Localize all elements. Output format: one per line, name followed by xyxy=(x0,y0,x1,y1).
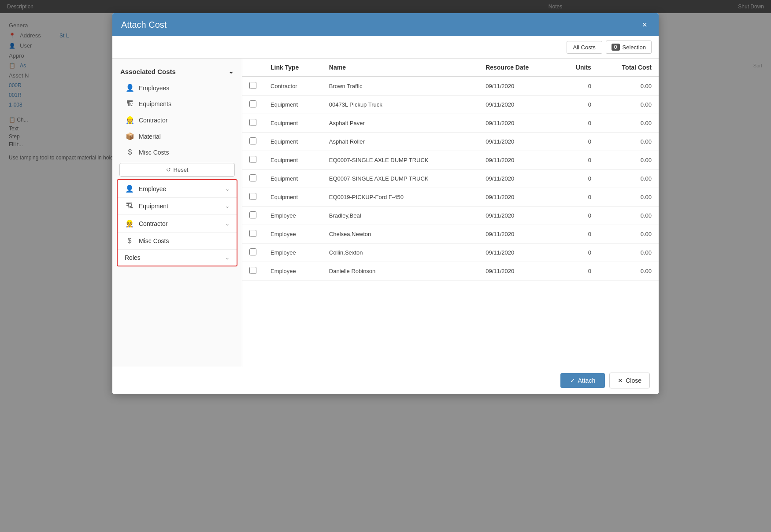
col-resource-date: Resource Date xyxy=(478,59,557,77)
cell-total_cost-1: 0.00 xyxy=(598,96,659,114)
cell-name-2: Asphalt Paver xyxy=(322,114,478,133)
table-container: Link Type Name Resource Date Units xyxy=(242,59,659,281)
selection-label: Selection xyxy=(623,44,646,51)
cell-units-10: 0 xyxy=(558,262,598,281)
cell-name-10: Danielle Robinson xyxy=(322,262,478,281)
row-checkbox-9[interactable] xyxy=(249,248,256,255)
attach-label: Attach xyxy=(578,377,596,384)
cell-units-6: 0 xyxy=(558,188,598,207)
attach-checkmark-icon: ✓ xyxy=(570,377,575,384)
col-name: Name xyxy=(322,59,478,77)
close-button[interactable]: ✕ Close xyxy=(609,373,650,388)
table-row: EmployeeBradley,Beal09/11/202000.00 xyxy=(242,207,659,225)
cell-link_type-10: Employee xyxy=(263,262,322,281)
associated-costs-chevron: ⌄ xyxy=(228,67,234,75)
attach-button[interactable]: ✓ Attach xyxy=(560,373,605,388)
cell-total_cost-8: 0.00 xyxy=(598,225,659,244)
table-row: EquipmentEQ0007-SINGLE AXLE DUMP TRUCK09… xyxy=(242,151,659,170)
cell-name-6: EQ0019-PICKUP-Ford F-450 xyxy=(322,188,478,207)
cell-resource_date-10: 09/11/2020 xyxy=(478,262,557,281)
table-row: ContractorBrown Traffic09/11/202000.00 xyxy=(242,77,659,96)
employees-icon: 👤 xyxy=(126,84,134,92)
sidebar-item-misc-costs[interactable]: $ Misc Costs xyxy=(112,144,242,160)
row-checkbox-4[interactable] xyxy=(249,156,256,163)
filter-contractor[interactable]: 👷 Contractor ⌄ xyxy=(118,215,237,233)
contractor-filter-icon: 👷 xyxy=(125,219,134,228)
employee-chevron-icon: ⌄ xyxy=(225,186,230,192)
modal-attach-cost: Attach Cost × All Costs 0 Selection Asso… xyxy=(112,13,659,394)
modal-header: Attach Cost × xyxy=(112,13,659,36)
row-checkbox-0[interactable] xyxy=(249,82,256,89)
row-checkbox-6[interactable] xyxy=(249,193,256,200)
sidebar-item-contractor[interactable]: 👷 Contractor xyxy=(112,112,242,128)
associated-costs-label: Associated Costs xyxy=(120,68,176,75)
cell-units-2: 0 xyxy=(558,114,598,133)
associated-costs-header[interactable]: Associated Costs ⌄ xyxy=(112,63,242,80)
cell-total_cost-9: 0.00 xyxy=(598,244,659,262)
row-checkbox-7[interactable] xyxy=(249,211,256,218)
cell-link_type-3: Equipment xyxy=(263,133,322,151)
col-units: Units xyxy=(558,59,598,77)
selection-button[interactable]: 0 Selection xyxy=(606,41,652,54)
cell-link_type-2: Equipment xyxy=(263,114,322,133)
row-checkbox-8[interactable] xyxy=(249,230,256,237)
table-row: EquipmentAsphalt Roller09/11/202000.00 xyxy=(242,133,659,151)
filter-roles[interactable]: Roles ⌄ xyxy=(118,250,237,266)
cell-link_type-8: Employee xyxy=(263,225,322,244)
material-label: Material xyxy=(139,133,161,140)
cell-resource_date-3: 09/11/2020 xyxy=(478,133,557,151)
col-link-type: Link Type xyxy=(263,59,322,77)
cell-units-1: 0 xyxy=(558,96,598,114)
cell-total_cost-2: 0.00 xyxy=(598,114,659,133)
all-costs-button[interactable]: All Costs xyxy=(567,41,602,54)
equipments-label: Equipments xyxy=(139,100,171,107)
cell-resource_date-8: 09/11/2020 xyxy=(478,225,557,244)
cell-resource_date-4: 09/11/2020 xyxy=(478,151,557,170)
filter-misc-costs[interactable]: $ Misc Costs xyxy=(118,233,237,250)
row-checkbox-5[interactable] xyxy=(249,174,256,181)
misc-costs-icon: $ xyxy=(126,148,134,156)
misc-costs-filter-label: Misc Costs xyxy=(139,237,169,244)
sidebar-item-employees[interactable]: 👤 Employees xyxy=(112,80,242,96)
row-checkbox-10[interactable] xyxy=(249,267,256,274)
modal-body: Associated Costs ⌄ 👤 Employees 🏗 Equipme… xyxy=(112,59,659,367)
sidebar-item-equipments[interactable]: 🏗 Equipments xyxy=(112,96,242,112)
cell-link_type-5: Equipment xyxy=(263,170,322,188)
cell-total_cost-0: 0.00 xyxy=(598,77,659,96)
reset-button[interactable]: ↺ Reset xyxy=(119,163,235,177)
cell-name-4: EQ0007-SINGLE AXLE DUMP TRUCK xyxy=(322,151,478,170)
cell-units-7: 0 xyxy=(558,207,598,225)
cell-resource_date-2: 09/11/2020 xyxy=(478,114,557,133)
modal-close-button[interactable]: × xyxy=(639,19,650,30)
row-checkbox-3[interactable] xyxy=(249,137,256,144)
table-row: EquipmentAsphalt Paver09/11/202000.00 xyxy=(242,114,659,133)
filter-employee[interactable]: 👤 Employee ⌄ xyxy=(118,180,237,198)
row-checkbox-1[interactable] xyxy=(249,100,256,107)
sidebar: Associated Costs ⌄ 👤 Employees 🏗 Equipme… xyxy=(112,59,242,367)
contractor-label: Contractor xyxy=(139,117,167,124)
filter-equipment[interactable]: 🏗 Equipment ⌄ xyxy=(118,198,237,215)
table-row: EmployeeCollin,Sexton09/11/202000.00 xyxy=(242,244,659,262)
cell-link_type-0: Contractor xyxy=(263,77,322,96)
cell-link_type-1: Equipment xyxy=(263,96,322,114)
roles-chevron-icon: ⌄ xyxy=(225,255,230,261)
modal-footer: ✓ Attach ✕ Close xyxy=(112,367,659,394)
row-checkbox-2[interactable] xyxy=(249,119,256,126)
cell-resource_date-0: 09/11/2020 xyxy=(478,77,557,96)
close-label: Close xyxy=(626,377,641,384)
cell-name-1: 00473L Pickup Truck xyxy=(322,96,478,114)
cell-units-8: 0 xyxy=(558,225,598,244)
sidebar-item-material[interactable]: 📦 Material xyxy=(112,128,242,144)
cell-resource_date-9: 09/11/2020 xyxy=(478,244,557,262)
col-total-cost: Total Cost xyxy=(598,59,659,77)
cell-name-5: EQ0007-SINGLE AXLE DUMP TRUCK xyxy=(322,170,478,188)
cell-link_type-9: Employee xyxy=(263,244,322,262)
table-row: EmployeeChelsea,Newton09/11/202000.00 xyxy=(242,225,659,244)
cell-resource_date-5: 09/11/2020 xyxy=(478,170,557,188)
cell-name-7: Bradley,Beal xyxy=(322,207,478,225)
cell-link_type-6: Equipment xyxy=(263,188,322,207)
filter-panel: 👤 Employee ⌄ 🏗 Equipment ⌄ xyxy=(117,179,237,266)
table-row: EquipmentEQ0019-PICKUP-Ford F-45009/11/2… xyxy=(242,188,659,207)
equipment-filter-label: Equipment xyxy=(139,203,168,210)
cell-name-3: Asphalt Roller xyxy=(322,133,478,151)
